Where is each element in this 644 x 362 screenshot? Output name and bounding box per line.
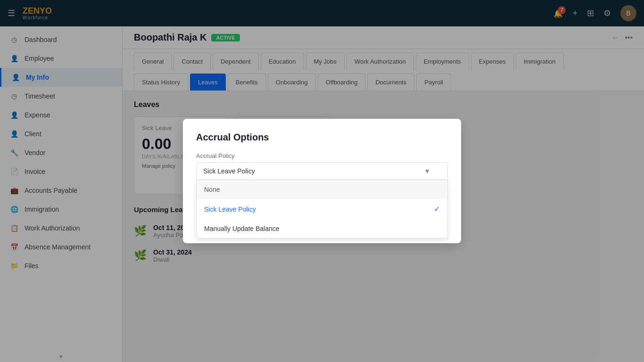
dropdown-arrow-icon: ▼ xyxy=(424,167,430,175)
check-icon: ✓ xyxy=(434,205,440,214)
option-label-manually-update: Manually Update Balance xyxy=(204,225,280,232)
accrual-policy-dropdown-wrapper: Sick Leave Policy ▼ None Sick Leave Poli… xyxy=(196,162,448,180)
accrual-options-modal: Accrual Options Accrual Policy Sick Leav… xyxy=(183,119,461,243)
dropdown-option-sick-leave-policy[interactable]: Sick Leave Policy ✓ xyxy=(197,199,447,219)
dropdown-option-manually-update[interactable]: Manually Update Balance xyxy=(197,219,447,238)
accrual-policy-label: Accrual Policy xyxy=(196,152,448,159)
dropdown-menu: None Sick Leave Policy ✓ Manually Update… xyxy=(196,180,448,239)
modal-title: Accrual Options xyxy=(196,132,448,143)
dropdown-selected-value: Sick Leave Policy xyxy=(203,167,255,175)
dropdown-option-none[interactable]: None xyxy=(197,180,447,199)
accrual-policy-dropdown[interactable]: Sick Leave Policy ▼ xyxy=(196,162,448,180)
option-label-none: None xyxy=(204,186,220,193)
modal-overlay[interactable]: Accrual Options Accrual Policy Sick Leav… xyxy=(0,0,644,362)
option-label-sick-leave-policy: Sick Leave Policy xyxy=(204,206,256,213)
